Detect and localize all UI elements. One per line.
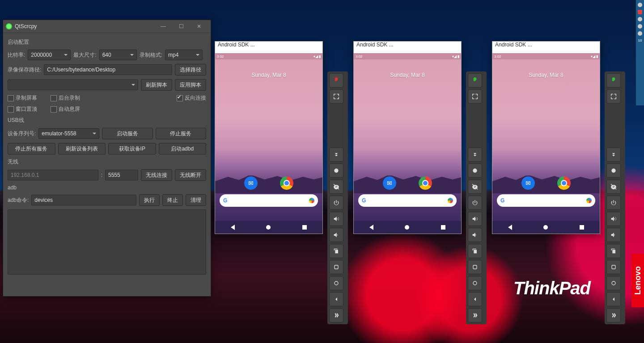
app-switch-icon[interactable]: [329, 260, 343, 274]
window-top-checkbox[interactable]: [8, 106, 14, 113]
toolbar-3: [605, 71, 625, 324]
menu-circle-icon[interactable]: [329, 163, 343, 178]
nav-home-icon[interactable]: [405, 225, 409, 230]
phone-screen-2[interactable]: 3:02▾◢ ▮ Sunday, Mar 8 ✉ G: [354, 53, 461, 234]
screenshot-icon[interactable]: [468, 308, 482, 322]
choose-path-button[interactable]: 选择路径: [175, 64, 206, 75]
visibility-off-icon[interactable]: [329, 180, 343, 194]
messages-app-icon[interactable]: ✉: [244, 176, 258, 190]
messages-app-icon[interactable]: ✉: [521, 176, 535, 190]
messages-app-icon[interactable]: ✉: [383, 176, 396, 190]
nav-home-icon[interactable]: [266, 225, 271, 230]
power-icon[interactable]: [468, 196, 482, 210]
volume-down-icon[interactable]: [329, 228, 343, 242]
status-indicator-icon[interactable]: [468, 73, 482, 88]
android3-titlebar[interactable]: Android SDK ... — ☐ ✕: [492, 42, 600, 54]
wireless-disconnect-button[interactable]: 无线断开: [175, 169, 206, 181]
phone-screen-1[interactable]: 3:02▾◢ ▮ Sunday, Mar 8 ✉ G: [215, 53, 322, 234]
nav-recent-icon[interactable]: [441, 225, 445, 230]
volume-up-icon[interactable]: [606, 212, 621, 226]
wireless-connect-button[interactable]: 无线连接: [141, 169, 172, 181]
copy-icon[interactable]: [329, 244, 343, 258]
ip-input[interactable]: 192.168.0.1: [8, 170, 98, 180]
phone-screen-3[interactable]: 3:02▾◢ ▮ Sunday, Mar 8 ✉ G: [492, 53, 600, 234]
app-switch-icon[interactable]: [606, 260, 621, 274]
nav-back-icon[interactable]: [231, 225, 235, 230]
refresh-devices-button[interactable]: 刷新设备列表: [58, 143, 106, 155]
fullscreen-icon[interactable]: [606, 89, 621, 104]
power-icon[interactable]: [329, 196, 343, 210]
close-button[interactable]: ✕: [190, 20, 208, 33]
nav-recent-icon[interactable]: [580, 225, 584, 230]
stop-service-button[interactable]: 停止服务: [156, 128, 206, 139]
volume-down-icon[interactable]: [468, 228, 482, 242]
homescreen[interactable]: Sunday, Mar 8 ✉ G: [492, 59, 600, 221]
status-indicator-icon[interactable]: [606, 73, 621, 88]
menu-circle-icon[interactable]: [606, 163, 621, 178]
reverse-connect-checkbox[interactable]: [177, 95, 183, 101]
apply-script-button[interactable]: 应用脚本: [175, 79, 206, 91]
homescreen[interactable]: Sunday, Mar 8 ✉ G: [354, 59, 461, 221]
home-circle-icon[interactable]: [606, 276, 621, 290]
nav-back-icon[interactable]: [369, 225, 373, 230]
back-icon[interactable]: [329, 292, 343, 306]
back-icon[interactable]: [606, 292, 621, 306]
back-icon[interactable]: [468, 292, 482, 306]
volume-up-icon[interactable]: [468, 212, 482, 226]
script-combo[interactable]: [8, 79, 138, 90]
recfmt-combo[interactable]: mp4: [165, 50, 203, 60]
copy-icon[interactable]: [606, 244, 621, 258]
nav-recent-icon[interactable]: [302, 225, 307, 230]
android1-titlebar[interactable]: Android SDK ... — ☐ ✕: [215, 42, 322, 54]
volume-up-icon[interactable]: [329, 212, 343, 226]
app-switch-icon[interactable]: [468, 260, 482, 274]
chrome-app-icon[interactable]: [557, 176, 571, 190]
menu-circle-icon[interactable]: [468, 163, 482, 178]
adbcmd-input[interactable]: devices: [31, 195, 136, 205]
term-button[interactable]: 终止: [162, 194, 183, 206]
get-ip-button[interactable]: 获取设备IP: [108, 143, 156, 155]
minimize-button[interactable]: —: [154, 20, 172, 33]
expand-down-icon[interactable]: [606, 147, 621, 162]
maximize-button[interactable]: ☐: [172, 20, 190, 33]
start-service-button[interactable]: 启动服务: [102, 128, 153, 139]
nav-home-icon[interactable]: [543, 225, 548, 230]
android2-titlebar[interactable]: Android SDK ... — ☐ ✕: [354, 42, 461, 54]
lenovo-badge: Lenovo: [631, 254, 644, 307]
fullscreen-icon[interactable]: [468, 89, 482, 104]
auto-off-checkbox[interactable]: [51, 106, 57, 113]
google-search-bar[interactable]: G: [358, 194, 457, 207]
bg-record-checkbox[interactable]: [51, 95, 57, 101]
chrome-app-icon[interactable]: [280, 176, 293, 190]
power-icon[interactable]: [606, 196, 621, 210]
maxsize-combo[interactable]: 640: [99, 50, 137, 60]
homescreen[interactable]: Sunday, Mar 8 ✉ G: [215, 59, 322, 221]
expand-down-icon[interactable]: [329, 147, 343, 162]
stop-all-button[interactable]: 停止所有服务: [8, 143, 55, 155]
home-circle-icon[interactable]: [329, 276, 343, 290]
nav-back-icon[interactable]: [508, 225, 512, 230]
clear-button[interactable]: 清理: [186, 194, 206, 206]
recpath-input[interactable]: C:/Users/bytedance/Desktop: [44, 64, 172, 75]
refresh-script-button[interactable]: 刷新脚本: [141, 79, 172, 91]
screenshot-icon[interactable]: [329, 308, 343, 322]
chrome-app-icon[interactable]: [419, 176, 432, 190]
fullscreen-icon[interactable]: [329, 89, 343, 104]
exec-button[interactable]: 执行: [139, 194, 160, 206]
serial-combo[interactable]: emulator-5558: [38, 128, 99, 139]
qtscrcpy-titlebar[interactable]: QtScrcpy — ☐ ✕: [3, 20, 211, 33]
visibility-off-icon[interactable]: [606, 180, 621, 194]
visibility-off-icon[interactable]: [468, 180, 482, 194]
port-input[interactable]: 5555: [105, 170, 138, 180]
google-search-bar[interactable]: G: [497, 194, 595, 207]
volume-down-icon[interactable]: [606, 228, 621, 242]
start-adbd-button[interactable]: 启动adbd: [159, 143, 207, 155]
google-search-bar[interactable]: G: [220, 194, 318, 207]
bitrate-combo[interactable]: 2000000: [28, 50, 71, 60]
copy-icon[interactable]: [468, 244, 482, 258]
expand-down-icon[interactable]: [468, 147, 482, 162]
home-circle-icon[interactable]: [468, 276, 482, 290]
record-screen-checkbox[interactable]: [8, 95, 14, 101]
screenshot-icon[interactable]: [606, 308, 621, 322]
status-indicator-icon[interactable]: [329, 73, 343, 88]
